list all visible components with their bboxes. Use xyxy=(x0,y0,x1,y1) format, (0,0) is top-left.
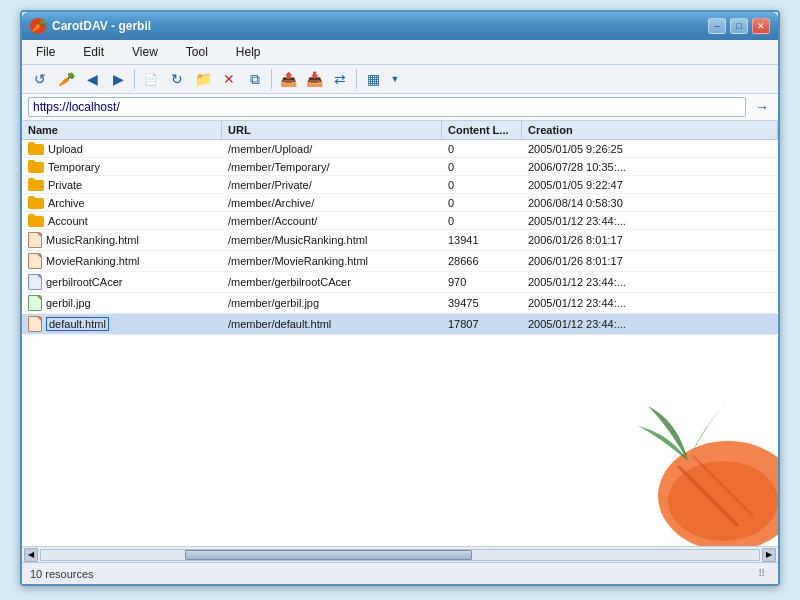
view-dropdown[interactable]: ▼ xyxy=(387,68,403,90)
file-url-cell: /member/default.html xyxy=(222,316,442,332)
file-icon xyxy=(28,274,42,290)
menu-bar: File Edit View Tool Help xyxy=(22,40,778,65)
maximize-button[interactable]: □ xyxy=(730,18,748,34)
file-list-header: Name URL Content L... Creation xyxy=(22,121,778,140)
file-creation-cell: 2006/08/14 0:58:30 xyxy=(522,195,778,211)
toolbar: ↺ 🥕 ◀ ▶ 📄 ↻ 📁 ✕ ⧉ 📤 📥 ⇄ ▦ ▼ xyxy=(22,65,778,94)
toolbar-separator-2 xyxy=(271,69,272,89)
refresh-button[interactable]: ↺ xyxy=(28,68,52,90)
table-row[interactable]: MusicRanking.html /member/MusicRanking.h… xyxy=(22,230,778,251)
file-content-cell: 0 xyxy=(442,141,522,157)
table-row[interactable]: gerbilrootCAcer /member/gerbilrootCAcer … xyxy=(22,272,778,293)
status-text: 10 resources xyxy=(30,568,94,580)
scroll-right-button[interactable]: ▶ xyxy=(762,548,776,562)
menu-tool[interactable]: Tool xyxy=(180,43,214,61)
folder-button[interactable]: 📁 xyxy=(191,68,215,90)
file-url-cell: /member/Temporary/ xyxy=(222,159,442,175)
back-button[interactable]: ◀ xyxy=(80,68,104,90)
scroll-track[interactable] xyxy=(40,549,760,561)
minimize-button[interactable]: – xyxy=(708,18,726,34)
title-bar-controls: – □ ✕ xyxy=(708,18,770,34)
home-button[interactable]: 🥕 xyxy=(54,68,78,90)
col-header-url[interactable]: URL xyxy=(222,121,442,139)
menu-help[interactable]: Help xyxy=(230,43,267,61)
file-url-cell: /member/Archive/ xyxy=(222,195,442,211)
window-title: CarotDAV - gerbil xyxy=(52,19,151,33)
file-creation-cell: 2005/01/12 23:44:... xyxy=(522,274,778,290)
file-url-cell: /member/Account/ xyxy=(222,213,442,229)
file-name-cell: Private xyxy=(22,176,222,193)
download-button[interactable]: 📥 xyxy=(302,68,326,90)
toolbar-separator-1 xyxy=(134,69,135,89)
col-header-content[interactable]: Content L... xyxy=(442,121,522,139)
forward-button[interactable]: ▶ xyxy=(106,68,130,90)
horizontal-scrollbar: ◀ ▶ xyxy=(22,546,778,562)
table-row[interactable]: Temporary /member/Temporary/ 0 2006/07/2… xyxy=(22,158,778,176)
col-header-name[interactable]: Name xyxy=(22,121,222,139)
scroll-thumb[interactable] xyxy=(185,550,472,560)
file-creation-cell: 2005/01/12 23:44:... xyxy=(522,316,778,332)
file-url-cell: /member/gerbilrootCAcer xyxy=(222,274,442,290)
file-url-cell: /member/gerbil.jpg xyxy=(222,295,442,311)
table-row[interactable]: Upload /member/Upload/ 0 2005/01/05 9:26… xyxy=(22,140,778,158)
reload-button[interactable]: ↻ xyxy=(165,68,189,90)
file-content-cell: 0 xyxy=(442,213,522,229)
file-icon xyxy=(28,295,42,311)
table-row[interactable]: Private /member/Private/ 0 2005/01/05 9:… xyxy=(22,176,778,194)
col-header-creation[interactable]: Creation xyxy=(522,121,778,139)
table-row[interactable]: Archive /member/Archive/ 0 2006/08/14 0:… xyxy=(22,194,778,212)
file-name-cell: gerbilrootCAcer xyxy=(22,272,222,292)
table-row[interactable]: default.html /member/default.html 17807 … xyxy=(22,314,778,335)
title-bar: 🥕 CarotDAV - gerbil – □ ✕ xyxy=(22,12,778,40)
transfer-button[interactable]: ⇄ xyxy=(328,68,352,90)
address-go-button[interactable]: → xyxy=(752,97,772,117)
file-content-cell: 13941 xyxy=(442,232,522,248)
file-list: Upload /member/Upload/ 0 2005/01/05 9:26… xyxy=(22,140,778,546)
close-button[interactable]: ✕ xyxy=(752,18,770,34)
file-creation-cell: 2005/01/05 9:22:47 xyxy=(522,177,778,193)
file-creation-cell: 2006/01/26 8:01:17 xyxy=(522,232,778,248)
file-creation-cell: 2005/01/12 23:44:... xyxy=(522,213,778,229)
copy-button[interactable]: ⧉ xyxy=(243,68,267,90)
file-creation-cell: 2005/01/05 9:26:25 xyxy=(522,141,778,157)
file-content-cell: 970 xyxy=(442,274,522,290)
address-bar: → xyxy=(22,94,778,121)
view-button[interactable]: ▦ xyxy=(361,68,385,90)
menu-file[interactable]: File xyxy=(30,43,61,61)
menu-edit[interactable]: Edit xyxy=(77,43,110,61)
file-url-cell: /member/MovieRanking.html xyxy=(222,253,442,269)
title-bar-left: 🥕 CarotDAV - gerbil xyxy=(30,18,151,34)
table-row[interactable]: gerbil.jpg /member/gerbil.jpg 39475 2005… xyxy=(22,293,778,314)
file-url-cell: /member/MusicRanking.html xyxy=(222,232,442,248)
delete-button[interactable]: ✕ xyxy=(217,68,241,90)
toolbar-separator-3 xyxy=(356,69,357,89)
status-bar: 10 resources ⠿ xyxy=(22,562,778,584)
file-name-cell: Temporary xyxy=(22,158,222,175)
scroll-left-button[interactable]: ◀ xyxy=(24,548,38,562)
app-icon: 🥕 xyxy=(30,18,46,34)
file-list-container: Name URL Content L... Creation Upload /m… xyxy=(22,121,778,546)
folder-icon xyxy=(28,178,44,191)
new-file-button[interactable]: 📄 xyxy=(139,68,163,90)
file-content-cell: 39475 xyxy=(442,295,522,311)
address-input[interactable] xyxy=(28,97,746,117)
table-row[interactable]: Account /member/Account/ 0 2005/01/12 23… xyxy=(22,212,778,230)
folder-icon xyxy=(28,196,44,209)
file-content-cell: 28666 xyxy=(442,253,522,269)
file-name-cell: MusicRanking.html xyxy=(22,230,222,250)
menu-view[interactable]: View xyxy=(126,43,164,61)
folder-icon xyxy=(28,142,44,155)
file-content-cell: 0 xyxy=(442,159,522,175)
upload-button[interactable]: 📤 xyxy=(276,68,300,90)
folder-icon xyxy=(28,160,44,173)
file-creation-cell: 2005/01/12 23:44:... xyxy=(522,295,778,311)
file-content-cell: 0 xyxy=(442,177,522,193)
file-name-cell: Account xyxy=(22,212,222,229)
table-row[interactable]: MovieRanking.html /member/MovieRanking.h… xyxy=(22,251,778,272)
file-name-cell: Archive xyxy=(22,194,222,211)
folder-icon xyxy=(28,214,44,227)
file-name-cell: default.html xyxy=(22,314,222,334)
resize-grip: ⠿ xyxy=(758,568,770,580)
file-url-cell: /member/Upload/ xyxy=(222,141,442,157)
file-name-cell: gerbil.jpg xyxy=(22,293,222,313)
